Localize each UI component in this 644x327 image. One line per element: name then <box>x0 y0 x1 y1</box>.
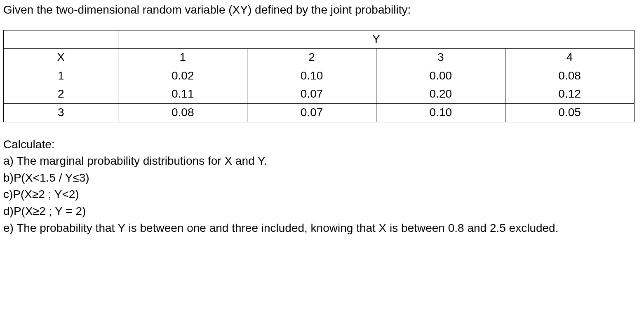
table-cell: 0.02 <box>118 67 247 85</box>
question-d: d)P(X≥2 ; Y = 2) <box>3 203 641 220</box>
table-cell: 0.20 <box>376 85 505 104</box>
x-axis-header: X <box>4 49 118 67</box>
table-row: 1 0.02 0.10 0.00 0.08 <box>4 67 635 85</box>
table-cell: 0.10 <box>376 103 505 122</box>
table-cell: 0.10 <box>247 67 376 85</box>
y-value-2: 2 <box>247 49 376 67</box>
table-row: Y <box>4 30 635 49</box>
table-cell: 0.08 <box>505 67 634 85</box>
table-cell: 0.12 <box>505 85 634 104</box>
y-value-1: 1 <box>118 49 247 67</box>
y-value-3: 3 <box>376 49 505 67</box>
table-cell: 0.00 <box>376 67 505 85</box>
table-cell: 0.07 <box>247 85 376 104</box>
question-a: a) The marginal probability distribution… <box>3 153 641 170</box>
question-b: b)P(X<1.5 / Y≤3) <box>3 170 641 187</box>
table-cell: 0.07 <box>247 103 376 122</box>
x-value: 3 <box>4 103 118 122</box>
x-value: 1 <box>4 67 118 85</box>
table-row: 2 0.11 0.07 0.20 0.12 <box>4 85 635 104</box>
table-cell: 0.08 <box>118 103 247 122</box>
calculate-label: Calculate: <box>3 136 641 153</box>
table-empty-corner <box>4 30 118 49</box>
y-axis-header: Y <box>118 30 634 49</box>
table-row: X 1 2 3 4 <box>4 49 635 67</box>
table-cell: 0.05 <box>505 103 634 122</box>
table-row: 3 0.08 0.07 0.10 0.05 <box>4 103 635 122</box>
x-value: 2 <box>4 85 118 104</box>
question-c: c)P(X≥2 ; Y<2) <box>3 186 641 203</box>
joint-probability-table: Y X 1 2 3 4 1 0.02 0.10 0.00 0.08 2 0.11… <box>3 30 635 122</box>
problem-intro-text: Given the two-dimensional random variabl… <box>3 2 641 19</box>
table-cell: 0.11 <box>118 85 247 104</box>
page: Given the two-dimensional random variabl… <box>0 0 644 327</box>
y-value-4: 4 <box>505 49 634 67</box>
question-e: e) The probability that Y is between one… <box>3 220 641 237</box>
questions-block: Calculate: a) The marginal probability d… <box>3 136 641 237</box>
